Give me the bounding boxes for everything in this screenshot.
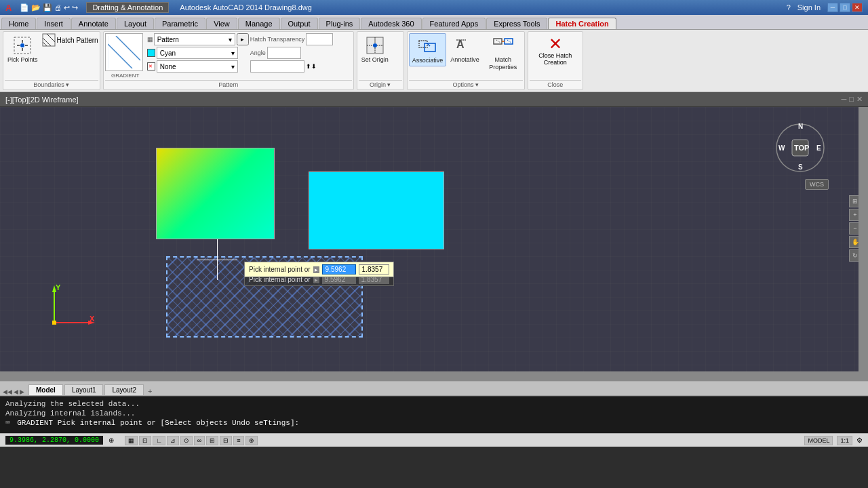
dyn-btn[interactable]: ⊟ xyxy=(220,436,232,445)
scale-spinner[interactable]: ⬆⬇ xyxy=(306,63,317,70)
crosshair-horizontal xyxy=(197,260,237,260)
scale-label[interactable]: 1:1 xyxy=(837,436,852,445)
ducs-btn[interactable]: ⊞ xyxy=(206,436,218,445)
match-properties-btn[interactable]: Match Properties xyxy=(484,33,523,73)
coords-toggle[interactable]: ⊕ xyxy=(108,436,114,444)
tab-view[interactable]: View xyxy=(206,18,237,29)
tab-insert[interactable]: Insert xyxy=(37,18,71,29)
dropdown-arrow: ▾ xyxy=(229,36,232,43)
bg-color-dropdown[interactable]: None ▾ xyxy=(157,60,238,73)
save-btn[interactable]: 💾 xyxy=(43,3,52,12)
status-buttons: ▦ ⊡ ∟ ⊿ ⊙ ∞ ⊞ ⊟ ≡ ⊕ xyxy=(125,436,258,445)
transparency-field[interactable]: 0 xyxy=(309,36,350,43)
annotative-btn[interactable]: A Annotative xyxy=(448,33,482,65)
color-dropdown-arrow: ▾ xyxy=(231,49,235,57)
polar-btn[interactable]: ⊿ xyxy=(167,436,179,445)
angle-field[interactable]: 0 xyxy=(271,49,311,57)
options-group-label: Options ▾ xyxy=(409,80,523,88)
boundaries-items: Pick Points Hatch Pattern xyxy=(5,33,98,80)
tab-prev-btn[interactable]: ◀ xyxy=(14,388,18,395)
tab-autodesk360[interactable]: Autodesk 360 xyxy=(361,18,421,29)
scale-input[interactable]: 10.0000 xyxy=(250,60,304,73)
pattern-expand-btn[interactable]: ▸ xyxy=(237,33,249,45)
workspace-selector[interactable]: Drafting & Annotation xyxy=(86,2,169,13)
pick-points-icon xyxy=(12,35,33,56)
tab-layout[interactable]: Layout xyxy=(117,18,154,29)
app-logo: A xyxy=(5,3,12,13)
viewport-min[interactable]: ─ xyxy=(842,95,847,104)
tab-hatch[interactable]: Hatch Creation xyxy=(548,18,616,29)
new-btn[interactable]: 📄 xyxy=(20,3,29,12)
open-btn[interactable]: 📂 xyxy=(31,3,41,12)
pattern-dropdown[interactable]: Pattern ▾ xyxy=(154,33,235,45)
print-btn[interactable]: 🖨 xyxy=(54,3,62,12)
scale-field[interactable]: 10.0000 xyxy=(254,63,294,70)
transparency-input[interactable]: 0 xyxy=(306,33,333,45)
pattern-items: GRADIENT ▦ Pattern ▾ ▸ Cyan xyxy=(105,33,352,80)
snap-btn[interactable]: ⊡ xyxy=(139,436,151,445)
tab-parametric[interactable]: Parametric xyxy=(155,18,205,29)
grid-btn[interactable]: ▦ xyxy=(125,436,138,445)
svg-rect-10 xyxy=(108,36,140,68)
svg-line-9 xyxy=(43,42,47,46)
redo-btn[interactable]: ↪ xyxy=(72,3,78,12)
osnap-btn[interactable]: ⊙ xyxy=(180,436,193,445)
bottom-scrollbar[interactable] xyxy=(0,371,868,381)
close-hatch-btn[interactable]: ✕ Close Hatch Creation xyxy=(530,33,581,68)
close-btn[interactable]: ✕ xyxy=(852,3,863,12)
svg-text:X: X xyxy=(90,314,95,323)
min-btn[interactable]: ─ xyxy=(827,3,838,12)
tab-layout2[interactable]: Layout2 xyxy=(104,384,144,395)
y-input[interactable] xyxy=(359,264,389,274)
pick-points-btn[interactable]: Pick Points xyxy=(5,33,41,65)
tooltip-text: Pick internal point or xyxy=(249,266,311,273)
hatch-pattern-row[interactable]: Hatch Pattern xyxy=(42,33,98,47)
tab-output[interactable]: Output xyxy=(281,18,318,29)
x-input[interactable] xyxy=(322,264,356,274)
undo-btn[interactable]: ↩ xyxy=(64,3,70,12)
pattern-swatch[interactable] xyxy=(105,33,143,71)
model-label[interactable]: MODEL xyxy=(804,436,833,445)
tab-featured[interactable]: Featured Apps xyxy=(422,18,486,29)
set-origin-btn[interactable]: Set Origin xyxy=(359,33,391,65)
scrollbar-right[interactable] xyxy=(859,107,868,371)
settings-icon[interactable]: ⚙ xyxy=(856,436,863,444)
cyan-rect xyxy=(309,171,444,249)
pattern-dropdowns: ▦ Pattern ▾ ▸ Cyan ▾ xyxy=(147,33,249,73)
otrack-btn[interactable]: ∞ xyxy=(194,436,205,445)
cmd-text: GRADIENT Pick internal point or [Select … xyxy=(17,419,299,427)
viewport-close[interactable]: ✕ xyxy=(856,95,863,104)
bg-dropdown-arrow: ▾ xyxy=(231,63,235,70)
options-items: Associative A Annotative xyxy=(409,33,523,80)
tab-manage[interactable]: Manage xyxy=(238,18,280,29)
tab-next-btn[interactable]: ▶ xyxy=(20,388,24,395)
wcs-button[interactable]: WCS xyxy=(805,179,829,190)
tab-layout1[interactable]: Layout1 xyxy=(64,384,104,395)
signin-btn[interactable]: Sign In xyxy=(797,3,821,12)
restore-btn[interactable]: □ xyxy=(840,3,850,12)
angle-input[interactable]: 0 xyxy=(267,47,301,59)
color-dropdown[interactable]: Cyan ▾ xyxy=(157,47,238,59)
transparency-row: Hatch Transparency 0 xyxy=(250,33,352,45)
tab-first-btn[interactable]: ◀◀ xyxy=(3,388,12,395)
tab-add-btn[interactable]: + xyxy=(148,387,152,395)
tab-annotate[interactable]: Annotate xyxy=(71,18,116,29)
svg-rect-40 xyxy=(52,321,56,325)
pattern-swatch-area: GRADIENT xyxy=(105,33,146,79)
associative-btn[interactable]: Associative xyxy=(409,33,447,66)
tp-btn[interactable]: ⊕ xyxy=(245,436,258,445)
coord-display: 9.3986, 2.2870, 0.0000 xyxy=(5,436,103,445)
ribbon-tabs: Home Insert Annotate Layout Parametric V… xyxy=(0,15,868,30)
help-icon[interactable]: ? xyxy=(787,3,791,12)
axis-svg: Y X xyxy=(41,282,95,336)
ortho-btn[interactable]: ∟ xyxy=(153,436,165,445)
tab-home[interactable]: Home xyxy=(1,18,36,29)
boundaries-group: Pick Points Hatch Pattern Boundaries ▾ xyxy=(3,31,100,90)
hatch-pattern-label: Hatch Pattern xyxy=(57,37,98,44)
tab-express[interactable]: Express Tools xyxy=(486,18,547,29)
cmd-icon: ⌨ xyxy=(5,419,10,427)
viewport-restore[interactable]: □ xyxy=(849,95,854,104)
tab-model[interactable]: Model xyxy=(28,384,63,395)
tab-plugins[interactable]: Plug-ins xyxy=(319,18,361,29)
lw-btn[interactable]: ≡ xyxy=(233,436,243,445)
